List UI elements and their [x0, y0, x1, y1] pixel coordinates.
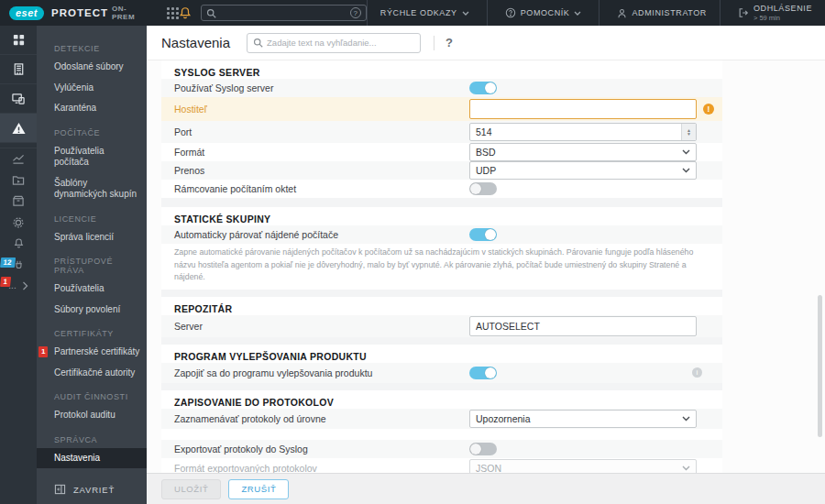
more-badge: 1	[0, 277, 12, 287]
notifications-bell-icon[interactable]	[179, 6, 192, 19]
rail-policies-icon[interactable]	[0, 212, 37, 233]
use-syslog-toggle[interactable]	[469, 82, 497, 94]
sidebar-item-pou-vatelia[interactable]: Používatelia	[37, 279, 147, 300]
rail-installers-icon[interactable]	[0, 191, 37, 212]
sidebar-item-badge: 1	[38, 346, 48, 357]
rail-alerts-bell-icon[interactable]	[0, 233, 37, 254]
sidebar-section-title: PRÍSTUPOVÉ PRÁVA	[37, 247, 147, 279]
help-menu[interactable]: POMOCNÍK	[487, 0, 600, 26]
host-input[interactable]	[469, 99, 697, 119]
auto-pair-toggle[interactable]	[469, 228, 497, 241]
transport-select[interactable]: UDP	[469, 161, 697, 180]
sidebar-item-partnersk-certifik-ty[interactable]: Partnerské certifikáty1	[37, 342, 147, 363]
setting-label: Formát exportovaných protokolov	[174, 463, 469, 473]
setting-label: Hostiteľ	[174, 104, 469, 115]
section-syslog-server: SYSLOG SERVER Používať Syslog server Hos…	[161, 60, 722, 198]
rail-computers-icon[interactable]	[0, 84, 37, 114]
setting-label: Rámcovanie počítaním oktet	[174, 183, 469, 194]
log-level-select[interactable]: Upozornenia	[469, 410, 697, 428]
sidebar-item-s-bory-povolen-[interactable]: Súbory povolení	[37, 300, 147, 321]
settings-search-input[interactable]	[267, 38, 414, 48]
port-input[interactable]	[469, 123, 697, 141]
join-program-toggle[interactable]	[469, 367, 497, 379]
sidebar-item-certifika-n-autority[interactable]: Certifikačné autority	[37, 363, 147, 384]
sidebar-item-odoslan-s-bory[interactable]: Odoslané súbory	[37, 57, 147, 78]
rail-reports-icon[interactable]	[0, 148, 37, 170]
chevron-down-icon	[462, 11, 469, 16]
cancel-button[interactable]: ZRUŠIŤ	[228, 479, 289, 499]
sidebar-section-title: DETEKCIE	[37, 35, 147, 57]
footer-action-bar: ULOŽIŤ ZRUŠIŤ	[147, 473, 825, 504]
setting-description: Zapne automatické párovanie nájdených po…	[161, 244, 722, 290]
rail-dashboard-icon[interactable]	[0, 26, 37, 55]
framing-toggle[interactable]	[469, 182, 497, 195]
sidebar-item-nastavenia[interactable]: Nastavenia	[37, 448, 147, 469]
export-syslog-toggle[interactable]	[469, 443, 497, 455]
sidebar-item-protokol-auditu[interactable]: Protokol auditu	[37, 405, 147, 426]
sidebar-section-title: CERTIFIKÁTY	[37, 320, 147, 342]
rail-status-overview-icon[interactable]: 12	[0, 254, 37, 275]
vertical-scrollbar-thumb[interactable]	[818, 295, 822, 437]
collapse-icon	[54, 484, 66, 495]
sidebar-item-pou-vatelia-po-ta-a[interactable]: Používatelia počítača	[37, 141, 147, 173]
sidebar-item--abl-ny-dynamick-ch-skup-n[interactable]: Šablóny dynamických skupín	[37, 173, 147, 205]
quick-links-menu[interactable]: RÝCHLE ODKAZY	[367, 0, 487, 26]
setting-label: Používať Syslog server	[174, 82, 469, 93]
product-edition: ON-PREM	[112, 5, 143, 21]
help-circle-icon	[505, 7, 516, 18]
format-select[interactable]: BSD	[469, 143, 697, 161]
search-icon	[253, 38, 263, 48]
page-help-icon[interactable]: ?	[446, 36, 453, 49]
save-button[interactable]: ULOŽIŤ	[161, 479, 221, 499]
repository-server-input[interactable]	[469, 316, 697, 336]
page-title: Nastavenia	[161, 35, 230, 50]
sidebar-section-title: POČÍTAČE	[37, 119, 147, 141]
setting-label: Prenos	[174, 165, 469, 176]
sidebar-section-title: LICENCIE	[37, 205, 147, 227]
setting-label: Server	[174, 321, 469, 332]
setting-label: Exportovať protokoly do Syslog	[174, 444, 469, 455]
section-logging: ZAPISOVANIE DO PROTOKOLOV Zaznamenávať p…	[161, 390, 722, 473]
setting-row-transport: Prenos UDP	[161, 161, 722, 180]
sidebar-item-vyl-enia[interactable]: Vylúčenia	[37, 78, 147, 99]
app-grid-icon[interactable]	[167, 7, 179, 19]
page-header: Nastavenia ?	[147, 26, 825, 60]
section-title: ZAPISOVANIE DO PROTOKOLOV	[161, 390, 722, 409]
collapse-sidebar-button[interactable]: ZAVRIEŤ	[37, 475, 147, 504]
info-icon[interactable]: i	[692, 367, 702, 378]
setting-label: Port	[174, 126, 469, 137]
user-menu[interactable]: ADMINISTRATOR	[599, 0, 719, 26]
rail-tasks-icon[interactable]	[0, 170, 37, 191]
setting-row-host: Hostiteľ !	[161, 97, 722, 121]
search-help-icon[interactable]: ?	[350, 7, 361, 18]
setting-row-join-program: Zapojiť sa do programu vylepšovania prod…	[161, 363, 722, 383]
rail-organization-icon[interactable]	[0, 55, 37, 84]
setting-label: Formát	[174, 147, 469, 158]
product-name: PROTECT	[51, 7, 108, 18]
eset-logo: eset	[9, 6, 44, 20]
setting-row-auto-pair: Automaticky párovať nájdené počítače	[161, 225, 722, 244]
section-static-groups: STATICKÉ SKUPINY Automaticky párovať náj…	[161, 207, 722, 290]
logout-timer: > 59 min	[754, 14, 812, 22]
global-search-input[interactable]	[216, 8, 350, 18]
sidebar-item-spr-va-licenci-[interactable]: Správa licencií	[37, 227, 147, 248]
settings-scroll-area: SYSLOG SERVER Používať Syslog server Hos…	[147, 60, 825, 473]
logout-button[interactable]: ODHLÁSENIE > 59 min	[720, 0, 825, 26]
sidebar-item-karant-na[interactable]: Karanténa	[37, 98, 147, 119]
rail-detections-icon[interactable]	[0, 114, 37, 143]
export-format-select: JSON	[469, 459, 697, 473]
sidebar-section-title: SPRÁVCA	[37, 426, 147, 448]
settings-search	[247, 33, 421, 53]
setting-row-format: Formát BSD	[161, 143, 722, 161]
rail-more-button[interactable]: 1 ...	[0, 275, 37, 296]
section-title: PROGRAM VYLEPŠOVANIA PRODUKTU	[161, 345, 722, 363]
brand-logo: eset PROTECT ON-PREM	[9, 5, 143, 21]
main-area: Nastavenia ? SYSLOG SERVER Používať Sysl…	[147, 26, 825, 504]
setting-label: Automaticky párovať nájdené počítače	[174, 229, 469, 240]
setting-row-use-syslog: Používať Syslog server	[161, 79, 722, 97]
number-stepper[interactable]: ▲▼	[681, 124, 696, 140]
section-title: STATICKÉ SKUPINY	[161, 207, 722, 225]
chevron-right-icon	[22, 281, 28, 290]
logout-icon	[738, 7, 749, 18]
global-search: ?	[201, 5, 367, 21]
